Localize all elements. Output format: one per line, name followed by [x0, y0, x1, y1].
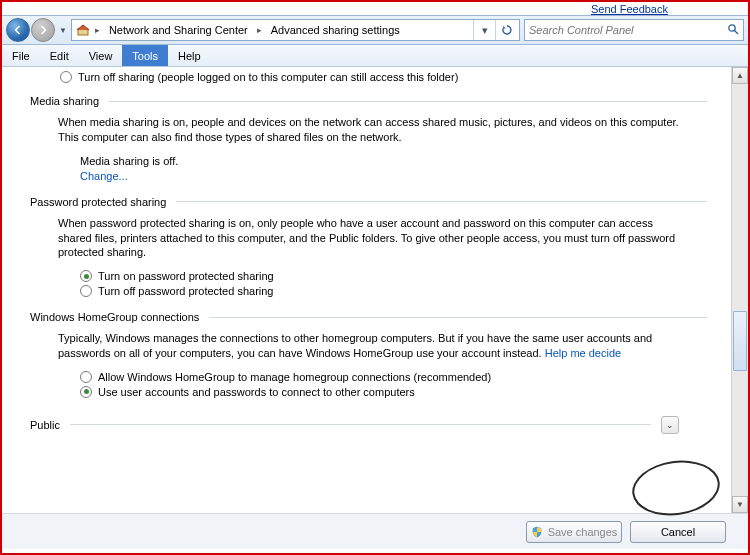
radio-label: Use user accounts and passwords to conne…	[98, 386, 415, 398]
radio-password-on[interactable]: Turn on password protected sharing	[80, 270, 707, 282]
section-description: When password protected sharing is on, o…	[58, 216, 687, 261]
footer-bar: Save changes Cancel	[2, 513, 748, 549]
section-password-sharing: Password protected sharing When password…	[30, 196, 707, 298]
divider	[70, 424, 651, 425]
address-bar[interactable]: ▸ Network and Sharing Center ▸ Advanced …	[71, 19, 520, 41]
scroll-thumb[interactable]	[733, 311, 747, 371]
menu-bar: File Edit View Tools Help	[2, 45, 748, 67]
scroll-down-button[interactable]: ▼	[732, 496, 748, 513]
scroll-up-button[interactable]: ▲	[732, 67, 748, 84]
menu-help[interactable]: Help	[168, 45, 211, 66]
svg-point-1	[729, 24, 735, 30]
save-changes-button[interactable]: Save changes	[526, 521, 622, 543]
section-public: Public ⌄	[30, 416, 689, 434]
radio-label: Allow Windows HomeGroup to manage homegr…	[98, 371, 491, 383]
radio-label: Turn on password protected sharing	[98, 270, 274, 282]
divider	[109, 101, 707, 102]
radio-label: Turn off sharing (people logged on to th…	[78, 71, 458, 83]
section-media-sharing: Media sharing When media sharing is on, …	[30, 95, 707, 182]
help-me-decide-link[interactable]: Help me decide	[545, 347, 621, 359]
navigation-bar: ▼ ▸ Network and Sharing Center ▸ Advance…	[2, 15, 748, 45]
refresh-icon[interactable]	[495, 20, 517, 40]
scroll-track[interactable]	[732, 84, 748, 496]
button-label: Cancel	[661, 526, 695, 538]
radio-homegroup-user-accounts[interactable]: Use user accounts and passwords to conne…	[80, 386, 707, 398]
menu-tools[interactable]: Tools	[122, 45, 168, 66]
search-input[interactable]	[529, 24, 727, 36]
chevron-right-icon[interactable]: ▸	[254, 25, 265, 35]
menu-view[interactable]: View	[79, 45, 123, 66]
vertical-scrollbar[interactable]: ▲ ▼	[731, 67, 748, 513]
radio-turn-off-sharing-partial[interactable]: Turn off sharing (people logged on to th…	[60, 71, 458, 83]
address-dropdown-icon[interactable]: ▾	[473, 20, 495, 40]
chevron-down-icon: ⌄	[666, 420, 674, 430]
settings-content: Turn off sharing (people logged on to th…	[2, 67, 731, 513]
control-panel-icon	[74, 21, 92, 39]
cancel-button[interactable]: Cancel	[630, 521, 726, 543]
forward-button[interactable]	[31, 18, 55, 42]
search-icon[interactable]	[727, 23, 739, 38]
radio-label: Turn off password protected sharing	[98, 285, 273, 297]
section-homegroup: Windows HomeGroup connections Typically,…	[30, 311, 707, 398]
section-title: Password protected sharing	[30, 196, 166, 208]
expand-public-button[interactable]: ⌄	[661, 416, 679, 434]
hand-drawn-circle-annotation	[629, 455, 724, 513]
section-title: Public	[30, 419, 60, 431]
svg-line-2	[735, 30, 739, 34]
section-description: When media sharing is on, people and dev…	[58, 115, 687, 145]
back-button[interactable]	[6, 18, 30, 42]
section-description: Typically, Windows manages the connectio…	[58, 331, 687, 361]
recent-dropdown-icon[interactable]: ▼	[59, 26, 67, 35]
button-label: Save changes	[548, 526, 618, 538]
menu-file[interactable]: File	[2, 45, 40, 66]
send-feedback-link[interactable]: Send Feedback	[2, 2, 748, 15]
section-title: Media sharing	[30, 95, 99, 107]
search-box[interactable]	[524, 19, 744, 41]
media-status: Media sharing is off.	[80, 155, 707, 167]
radio-homegroup-allow[interactable]: Allow Windows HomeGroup to manage homegr…	[80, 371, 707, 383]
change-link[interactable]: Change...	[80, 170, 707, 182]
divider	[176, 201, 707, 202]
radio-password-off[interactable]: Turn off password protected sharing	[80, 285, 707, 297]
section-title: Windows HomeGroup connections	[30, 311, 199, 323]
breadcrumb-advanced-sharing[interactable]: Advanced sharing settings	[265, 20, 406, 40]
breadcrumb-network-sharing[interactable]: Network and Sharing Center	[103, 20, 254, 40]
divider	[209, 317, 707, 318]
menu-edit[interactable]: Edit	[40, 45, 79, 66]
shield-icon	[531, 526, 543, 538]
chevron-right-icon[interactable]: ▸	[92, 25, 103, 35]
